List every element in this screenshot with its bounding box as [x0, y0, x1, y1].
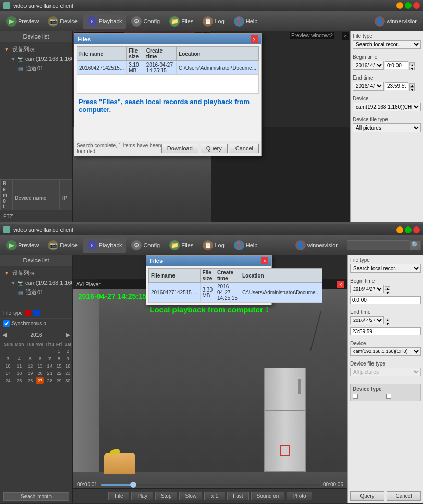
bottom-files-button[interactable]: 📁 Files: [165, 238, 197, 253]
top-download-btn[interactable]: Download: [161, 144, 198, 153]
brp-end-time-down[interactable]: ▼: [385, 322, 390, 325]
brp-begintime-input[interactable]: [350, 296, 421, 304]
rp-device-select[interactable]: cam(192.168.1.160)(CH0): [353, 103, 421, 111]
pb-sound-button[interactable]: Sound on: [251, 492, 285, 500]
player-close-button[interactable]: ×: [337, 281, 344, 288]
pb-slow-button[interactable]: Slow: [179, 492, 202, 500]
brp-devfiletype-select[interactable]: All pictures: [350, 368, 421, 376]
help-button[interactable]: ❓ Help: [230, 14, 262, 29]
tree-item-channel[interactable]: 📹 通道01: [2, 64, 70, 73]
cal-day[interactable]: 20: [36, 370, 44, 376]
table-row[interactable]: [77, 87, 259, 94]
cal-day[interactable]: 21: [45, 370, 55, 376]
end-time-up[interactable]: ▲: [409, 83, 415, 87]
progress-handle[interactable]: [130, 482, 136, 488]
brp-end-time-up[interactable]: ▲: [385, 318, 390, 321]
table-row[interactable]: [77, 81, 259, 87]
table-row[interactable]: 20160427142515-... 3.30 MB 2016-04-27 14…: [149, 283, 322, 303]
cal-day[interactable]: 26: [26, 377, 35, 384]
rp-begintime-input[interactable]: [385, 61, 408, 69]
bottom-device-button[interactable]: 📷 Device: [44, 238, 82, 253]
cal-day[interactable]: 11: [14, 363, 25, 369]
bottom-modal-close[interactable]: ×: [261, 257, 268, 264]
dt-checkbox-2[interactable]: [386, 394, 391, 399]
config-button[interactable]: ⚙ Config: [127, 14, 164, 29]
cal-day[interactable]: 6: [36, 356, 44, 362]
cell2-close[interactable]: ×: [342, 32, 349, 40]
brp-enddate-select[interactable]: 2016/ 4/27: [350, 316, 384, 324]
brp-begin-time-down[interactable]: ▼: [385, 291, 390, 294]
bottom-config-button[interactable]: ⚙ Config: [127, 238, 164, 253]
sync-check[interactable]: Synchronous p: [0, 319, 72, 329]
cal-day[interactable]: 22: [56, 370, 63, 376]
preview-button[interactable]: ▶ Preview: [2, 14, 43, 29]
cal-day[interactable]: 8: [56, 356, 63, 362]
cal-day[interactable]: 19: [26, 370, 35, 376]
pb-fast-button[interactable]: Fast: [227, 492, 248, 500]
maximize-button[interactable]: [405, 2, 412, 9]
brp-begin-time-up[interactable]: ▲: [385, 286, 390, 290]
bottom-minimize-button[interactable]: [396, 226, 403, 233]
pb-play-button[interactable]: Play: [131, 492, 153, 500]
cal-day[interactable]: 14: [45, 363, 55, 369]
dt-checkbox-1[interactable]: [353, 394, 358, 399]
begin-time-up[interactable]: ▲: [409, 62, 415, 66]
search-month-button[interactable]: Seach month: [3, 492, 69, 501]
end-time-down[interactable]: ▼: [409, 87, 415, 91]
bottom-preview-button[interactable]: ▶ Preview: [2, 238, 43, 253]
cal-day[interactable]: 15: [56, 363, 63, 369]
cal-day[interactable]: 12: [26, 363, 35, 369]
brp-filetype-select[interactable]: Search local recor...: [350, 264, 421, 273]
rp-begintime-spinner[interactable]: ▲ ▼: [409, 62, 415, 70]
top-modal-close[interactable]: ×: [251, 35, 258, 43]
files-button[interactable]: 📁 Files: [165, 14, 197, 29]
minimize-button[interactable]: [396, 2, 403, 9]
cal-day[interactable]: 27: [36, 377, 44, 384]
cal-day[interactable]: 1: [56, 348, 63, 355]
pb-photo-button[interactable]: Photo: [287, 492, 312, 500]
cal-day[interactable]: 30: [64, 377, 72, 384]
cal-day[interactable]: 7: [45, 356, 55, 362]
brp-query-button[interactable]: Query: [350, 491, 384, 501]
bottom-user-button[interactable]: 👤 winnervisior: [291, 238, 342, 253]
rp-begindate-select[interactable]: 2016/ 4/27: [353, 61, 384, 70]
search-input[interactable]: [347, 240, 409, 250]
device-button[interactable]: 📷 Device: [44, 14, 82, 29]
user-button[interactable]: 👤 winnervisior: [370, 14, 421, 29]
progress-track[interactable]: [101, 484, 320, 486]
brp-endtime-input[interactable]: [350, 327, 421, 335]
brp-begindate-select[interactable]: 2016/ 4/27: [350, 285, 384, 293]
bottom-maximize-button[interactable]: [405, 226, 412, 233]
begin-time-down[interactable]: ▼: [409, 67, 415, 70]
cal-day[interactable]: 24: [3, 377, 13, 384]
cal-day[interactable]: 4: [14, 356, 25, 362]
pb-speed-button[interactable]: x 1: [204, 492, 225, 500]
bottom-help-button[interactable]: ❓ Help: [230, 238, 262, 253]
sync-checkbox[interactable]: [3, 320, 10, 327]
top-query-btn[interactable]: Query: [201, 144, 228, 153]
cal-day[interactable]: 18: [14, 370, 25, 376]
cal-prev-button[interactable]: ◀: [2, 331, 7, 338]
brp-cancel-button[interactable]: Cancel: [387, 491, 421, 501]
cal-day[interactable]: 2: [64, 348, 72, 355]
cal-day[interactable]: 16: [64, 363, 72, 369]
cal-day[interactable]: 29: [56, 377, 63, 384]
bottom-tree-cam[interactable]: ▼ 📷 cam(192.168.1.160): [2, 278, 70, 287]
bottom-playback-button[interactable]: ⏵ Playback: [83, 238, 127, 253]
rp-enddate-select[interactable]: 2016/ 4/27: [353, 82, 384, 91]
cal-day[interactable]: 13: [36, 363, 44, 369]
cal-day[interactable]: 10: [3, 363, 13, 369]
rp-devfiletype-select[interactable]: All pictures: [353, 123, 421, 132]
cal-day[interactable]: 23: [64, 370, 72, 376]
table-row[interactable]: 20160427142515... 3.10 MB 2016-04-27 14:…: [77, 61, 259, 75]
bottom-tree-channel[interactable]: 📹 通道01: [2, 287, 70, 297]
close-button[interactable]: [413, 2, 420, 9]
rp-endtime-input[interactable]: [385, 82, 408, 90]
pb-file-button[interactable]: File: [108, 492, 129, 500]
bottom-log-button[interactable]: 📋 Log: [198, 238, 228, 253]
brp-device-select[interactable]: cam(192.168.1.160)(CH0): [350, 347, 421, 356]
cal-next-button[interactable]: ▶: [66, 331, 70, 338]
rp-filetype-select[interactable]: Search local recor...: [353, 40, 421, 49]
tree-item-cam[interactable]: ▼ 📷 cam(192.168.1.160): [2, 54, 70, 64]
cal-day[interactable]: 5: [26, 356, 35, 362]
